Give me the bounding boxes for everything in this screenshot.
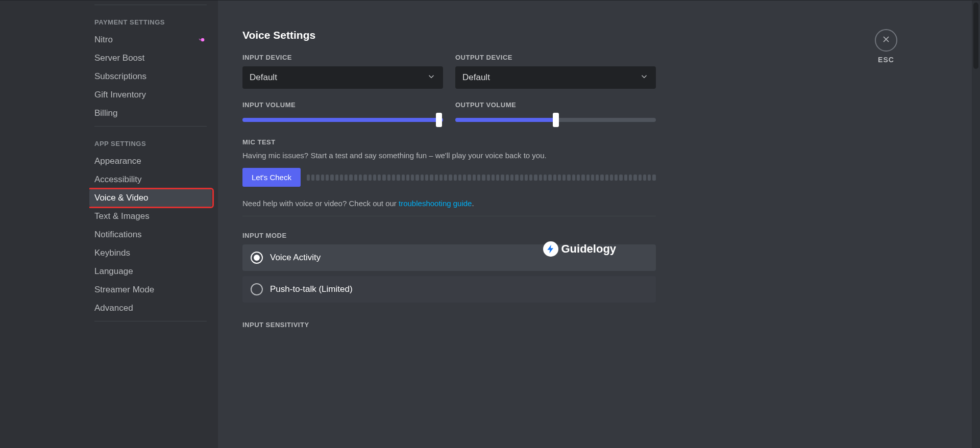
input-device-label: INPUT DEVICE	[242, 54, 443, 61]
mic-test-header: MIC TEST	[242, 138, 656, 146]
sidebar-item-label: Notifications	[94, 230, 207, 240]
input-sensitivity-header: INPUT SENSITIVITY	[242, 321, 656, 329]
input-volume-label: INPUT VOLUME	[242, 101, 443, 109]
sidebar-item-nitro[interactable]: Nitro	[89, 31, 212, 48]
input-mode-push-to-talk[interactable]: Push-to-talk (Limited)	[242, 276, 656, 303]
sidebar-item-voice-video[interactable]: Voice & Video	[89, 189, 212, 207]
sidebar-item-label: Streamer Mode	[94, 285, 207, 295]
input-mode-header: INPUT MODE	[242, 232, 656, 239]
input-mode-voice-activity[interactable]: Voice Activity	[242, 244, 656, 271]
help-text: Need help with voice or video? Check out…	[242, 199, 656, 208]
sidebar-item-streamer-mode[interactable]: Streamer Mode	[89, 281, 212, 298]
sidebar-item-language[interactable]: Language	[89, 263, 212, 280]
scrollbar[interactable]	[972, 1, 980, 448]
chevron-down-icon	[640, 72, 649, 84]
sidebar-item-gift-inventory[interactable]: Gift Inventory	[89, 86, 212, 104]
sidebar-item-label: Gift Inventory	[94, 90, 207, 100]
sidebar-category-app: APP SETTINGS	[89, 131, 212, 152]
sidebar-item-label: Appearance	[94, 156, 207, 166]
close-icon	[881, 34, 891, 46]
sidebar-item-appearance[interactable]: Appearance	[89, 153, 212, 170]
close-button[interactable]: ESC	[875, 29, 897, 64]
mic-level-meter	[307, 175, 656, 181]
sidebar-category-payment: PAYMENT SETTINGS	[89, 9, 212, 30]
input-device-select[interactable]: Default	[242, 66, 443, 89]
sidebar-item-advanced[interactable]: Advanced	[89, 300, 212, 317]
input-volume-slider[interactable]	[242, 114, 443, 126]
output-volume-slider[interactable]	[455, 114, 656, 126]
radio-selected-icon	[251, 252, 263, 264]
sidebar-item-label: Nitro	[94, 35, 199, 45]
sidebar-item-label: Voice & Video	[94, 193, 207, 203]
help-suffix: .	[472, 199, 474, 208]
chevron-down-icon	[427, 72, 436, 84]
output-device-value: Default	[462, 72, 490, 83]
sidebar-item-label: Subscriptions	[94, 71, 207, 82]
sidebar-item-label: Language	[94, 266, 207, 277]
sidebar-item-label: Keybinds	[94, 248, 207, 258]
output-device-select[interactable]: Default	[455, 66, 656, 89]
svg-point-0	[201, 38, 205, 42]
sidebar-item-label: Server Boost	[94, 53, 207, 63]
radio-label: Voice Activity	[270, 253, 321, 263]
mic-test-description: Having mic issues? Start a test and say …	[242, 151, 656, 160]
sidebar-item-accessibility[interactable]: Accessibility	[89, 171, 212, 188]
output-device-label: OUTPUT DEVICE	[455, 54, 656, 61]
sidebar-item-label: Accessibility	[94, 175, 207, 185]
sidebar-item-notifications[interactable]: Notifications	[89, 226, 212, 243]
radio-unselected-icon	[251, 283, 263, 295]
sidebar-item-server-boost[interactable]: Server Boost	[89, 49, 212, 67]
help-prefix: Need help with voice or video? Check out…	[242, 199, 399, 208]
sidebar-item-text-images[interactable]: Text & Images	[89, 208, 212, 225]
input-device-value: Default	[250, 72, 277, 83]
page-title: Voice Settings	[242, 29, 656, 41]
output-volume-label: OUTPUT VOLUME	[455, 101, 656, 109]
settings-sidebar: PAYMENT SETTINGS Nitro Server Boost Subs…	[89, 1, 218, 448]
troubleshooting-link[interactable]: troubleshooting guide	[399, 199, 472, 208]
settings-content: Voice Settings INPUT DEVICE Default OUTP…	[218, 1, 980, 448]
sidebar-item-billing[interactable]: Billing	[89, 105, 212, 122]
close-label: ESC	[878, 56, 894, 64]
sidebar-item-subscriptions[interactable]: Subscriptions	[89, 68, 212, 85]
sidebar-item-label: Text & Images	[94, 211, 207, 221]
lets-check-button[interactable]: Let's Check	[242, 168, 301, 187]
sidebar-item-label: Advanced	[94, 303, 207, 313]
sidebar-item-keybinds[interactable]: Keybinds	[89, 244, 212, 262]
nitro-icon	[199, 36, 207, 44]
radio-label: Push-to-talk (Limited)	[270, 284, 353, 294]
sidebar-item-label: Billing	[94, 108, 207, 118]
